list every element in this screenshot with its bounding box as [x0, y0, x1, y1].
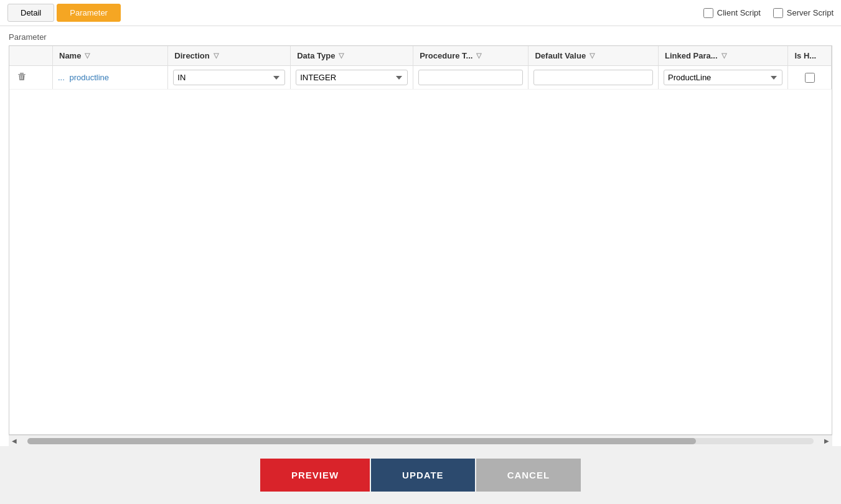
top-bar: Detail Parameter Client Script Server Sc… — [0, 0, 841, 26]
is-hidden-checkbox[interactable] — [805, 73, 815, 83]
col-header-name: Name ▽ — [53, 46, 168, 66]
scroll-track[interactable] — [27, 438, 814, 444]
client-script-checkbox-label[interactable]: Client Script — [703, 8, 761, 18]
server-script-checkbox[interactable] — [773, 8, 783, 18]
linked-filter-icon[interactable]: ▽ — [721, 52, 726, 60]
preview-button[interactable]: PREVIEW — [260, 459, 370, 492]
col-header-direction: Direction ▽ — [168, 46, 291, 66]
procedure-filter-icon[interactable]: ▽ — [476, 52, 481, 60]
row-name-cell: ... productline — [53, 66, 168, 90]
horizontal-scrollbar[interactable]: ◀ ▶ — [9, 435, 832, 446]
datatype-filter-icon[interactable]: ▽ — [339, 52, 344, 60]
row-default-cell — [529, 66, 659, 90]
col-header-datatype: Data Type ▽ — [291, 46, 413, 66]
row-dots: ... — [58, 73, 65, 82]
col-header-procedure: Procedure T... ▽ — [413, 46, 529, 66]
main-content: Parameter Name ▽ — [0, 26, 841, 446]
col-header-ish: Is H... — [788, 46, 832, 66]
col-header-linked: Linked Para... ▽ — [658, 46, 788, 66]
row-datatype-cell: INTEGER VARCHAR BOOLEAN DATE FLOAT — [291, 66, 413, 90]
table-body-scroll: ... productline IN OUT INOUT — [9, 66, 832, 434]
row-actions-cell — [9, 66, 53, 90]
footer-buttons: PREVIEW UPDATE CANCEL — [0, 446, 841, 504]
server-script-checkbox-label[interactable]: Server Script — [773, 8, 834, 18]
client-script-checkbox[interactable] — [703, 8, 713, 18]
cancel-button[interactable]: CANCEL — [476, 459, 581, 492]
section-label: Parameter — [0, 26, 841, 45]
svg-rect-0 — [20, 73, 24, 74]
tab-parameter[interactable]: Parameter — [57, 4, 121, 22]
row-ish-cell — [788, 66, 832, 90]
row-direction-cell: IN OUT INOUT — [168, 66, 291, 90]
row-procedure-cell — [413, 66, 529, 90]
table-header-row: Name ▽ Direction ▽ Data Type ▽ — [9, 46, 832, 66]
tabs: Detail Parameter — [7, 4, 121, 22]
svg-rect-1 — [18, 74, 26, 75]
table-outer: Name ▽ Direction ▽ Data Type ▽ — [9, 45, 832, 435]
name-filter-icon[interactable]: ▽ — [85, 52, 90, 60]
table-row: ... productline IN OUT INOUT — [9, 66, 832, 90]
procedure-input[interactable] — [418, 70, 523, 85]
datatype-select[interactable]: INTEGER VARCHAR BOOLEAN DATE FLOAT — [296, 70, 408, 85]
param-table: Name ▽ Direction ▽ Data Type ▽ — [9, 46, 832, 66]
row-linked-cell: ProductLine None — [658, 66, 788, 90]
update-button[interactable]: UPDATE — [371, 459, 475, 492]
linked-select[interactable]: ProductLine None — [664, 70, 783, 85]
checkbox-group: Client Script Server Script — [703, 8, 834, 18]
row-name-link[interactable]: productline — [69, 73, 109, 82]
delete-row-button[interactable] — [14, 70, 29, 85]
scroll-right-arrow[interactable]: ▶ — [822, 437, 831, 446]
default-filter-icon[interactable]: ▽ — [590, 52, 594, 60]
default-input[interactable] — [533, 70, 653, 85]
scroll-left-arrow[interactable]: ◀ — [10, 437, 19, 446]
trash-icon — [17, 72, 27, 82]
direction-select[interactable]: IN OUT INOUT — [173, 70, 285, 85]
col-header-default: Default Value ▽ — [529, 46, 659, 66]
scroll-thumb[interactable] — [27, 438, 696, 444]
tab-detail[interactable]: Detail — [7, 4, 54, 22]
param-table-body: ... productline IN OUT INOUT — [9, 66, 832, 90]
direction-filter-icon[interactable]: ▽ — [214, 52, 218, 60]
col-header-actions — [9, 46, 53, 66]
